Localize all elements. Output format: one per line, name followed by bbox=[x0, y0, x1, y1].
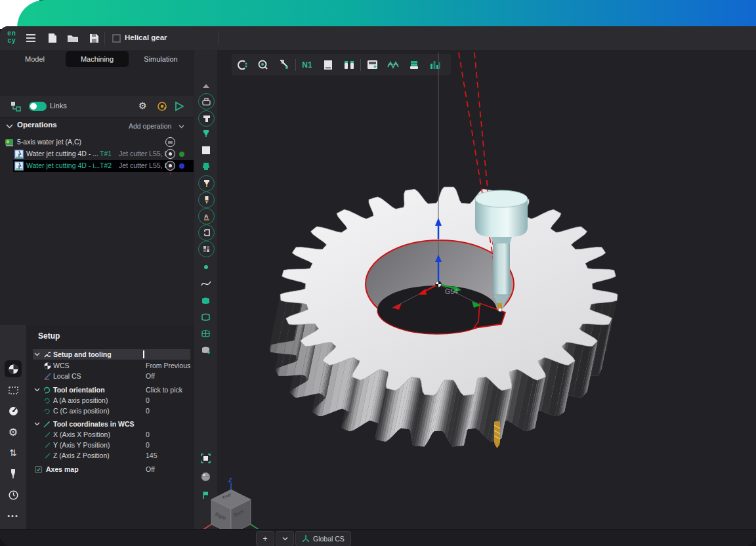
tab-model[interactable]: Model bbox=[4, 51, 66, 67]
document-tab[interactable]: Helical gear bbox=[125, 33, 167, 41]
setup-row-tool-coords[interactable]: Tool coordinates in WCS bbox=[26, 419, 194, 429]
setup-wcs-button[interactable] bbox=[5, 360, 22, 377]
workpiece-button[interactable] bbox=[5, 381, 22, 398]
setup-row-wcs[interactable]: WCSFrom Previous bbox=[26, 361, 194, 371]
parameters-gear-button[interactable]: ⚙ bbox=[5, 423, 22, 440]
setup-row-y[interactable]: Y (Axis Y Position)0 bbox=[26, 440, 194, 450]
rail-point-icon[interactable] bbox=[198, 259, 213, 274]
simulation-target-icon[interactable] bbox=[157, 101, 167, 114]
checkbox-icon bbox=[35, 466, 42, 473]
caliper-button[interactable] bbox=[274, 56, 295, 74]
waterjet-op-icon bbox=[14, 161, 24, 171]
rail-curve-icon[interactable] bbox=[198, 276, 213, 291]
rail-surface-filled-icon[interactable] bbox=[198, 293, 213, 308]
operation-row-1[interactable]: Water jet cutting 4D - ... T#1 Jet cutte… bbox=[0, 148, 194, 160]
document-tab-icon-wrap bbox=[109, 31, 123, 45]
viewport-3d[interactable] bbox=[217, 50, 756, 546]
rotate-mini-icon bbox=[44, 398, 51, 404]
nc-program-button[interactable]: N1 bbox=[297, 56, 318, 74]
links-label: Links bbox=[50, 102, 67, 110]
cs-axes-icon bbox=[302, 535, 310, 543]
control-panel-button[interactable] bbox=[362, 56, 383, 74]
setup-row-x[interactable]: X (Axis X Position)0 bbox=[26, 430, 194, 440]
tab-machining[interactable]: Machining bbox=[66, 51, 129, 67]
tool-number: T#1 bbox=[100, 150, 112, 158]
operation-row-machine[interactable]: 5-axis water jet (A,C) bbox=[0, 136, 194, 148]
approach-return-button[interactable]: ⇅ bbox=[5, 444, 22, 461]
rail-surface-outline-icon[interactable] bbox=[198, 309, 213, 324]
app-logo[interactable]: en cy bbox=[3, 30, 20, 47]
setup-row-a-axis[interactable]: A (A axis position)0 bbox=[26, 396, 194, 406]
wcs-quadrant-icon bbox=[9, 364, 18, 374]
rail-fixture-green-icon[interactable] bbox=[198, 159, 213, 174]
links-toggle[interactable] bbox=[29, 102, 47, 111]
gauge-icon bbox=[9, 406, 18, 416]
titlebar-separator bbox=[104, 32, 105, 45]
operation-visibility-icon[interactable] bbox=[165, 149, 175, 159]
add-operation-caret-icon[interactable] bbox=[178, 125, 184, 129]
rail-drill-icon[interactable] bbox=[198, 192, 215, 208]
operations-header: Operations Add operation bbox=[0, 118, 194, 134]
feeds-speeds-button[interactable] bbox=[5, 402, 22, 419]
viewport-toolbar: N1 bbox=[232, 54, 451, 75]
operation-state-icon[interactable] bbox=[165, 137, 175, 147]
cs-dropdown-button[interactable] bbox=[276, 531, 294, 546]
hamburger-icon bbox=[26, 34, 36, 42]
rail-tool-teal-icon[interactable] bbox=[198, 126, 213, 141]
machining-settings-gear-icon[interactable]: ⚙ bbox=[138, 100, 147, 111]
dashed-region-icon bbox=[9, 385, 18, 394]
tool-button[interactable] bbox=[5, 465, 22, 482]
machining-time-button[interactable] bbox=[5, 486, 22, 503]
wrench-icon bbox=[43, 351, 51, 358]
left-icon-rail: ⚙ ⇅ ••• bbox=[0, 325, 27, 546]
machine-icon bbox=[5, 137, 14, 147]
tool-pair-button[interactable] bbox=[339, 56, 360, 74]
rail-bracket-icon[interactable] bbox=[198, 224, 215, 241]
more-options-button[interactable]: ••• bbox=[5, 507, 22, 524]
probe-c-button[interactable] bbox=[232, 56, 253, 74]
graph-wave-button[interactable] bbox=[383, 56, 404, 74]
header-gradient-band bbox=[17, 0, 756, 28]
measure-gauge-button[interactable] bbox=[253, 56, 274, 74]
rail-surface-grid-icon[interactable] bbox=[198, 326, 213, 341]
open-file-button[interactable] bbox=[66, 31, 80, 45]
left-panel: Model Machining Simulation Links ⚙ O bbox=[0, 50, 195, 546]
global-cs-button[interactable]: Global CS bbox=[295, 531, 351, 546]
operation-visibility-icon[interactable] bbox=[165, 161, 175, 171]
setup-row-section[interactable]: Setup and tooling bbox=[26, 350, 194, 360]
setup-panel-title: Setup bbox=[38, 331, 60, 341]
rail-workpiece-icon[interactable] bbox=[198, 142, 213, 158]
operations-collapse-icon[interactable] bbox=[6, 124, 13, 129]
statistics-bars-button[interactable] bbox=[425, 56, 446, 74]
zoom-fit-button[interactable] bbox=[198, 451, 213, 466]
rail-mesh-icon[interactable] bbox=[198, 241, 215, 257]
rail-jet-nozzle-icon[interactable] bbox=[198, 175, 215, 192]
links-graph-icon[interactable] bbox=[10, 101, 21, 114]
document-panel-button[interactable] bbox=[318, 56, 339, 74]
run-play-icon[interactable] bbox=[175, 101, 184, 114]
add-operation-button[interactable]: Add operation bbox=[129, 122, 171, 130]
rotate-icon bbox=[43, 387, 51, 394]
layers-button[interactable] bbox=[404, 56, 425, 74]
rail-scroll-up-button[interactable] bbox=[198, 78, 213, 93]
rail-tool-holder-icon[interactable] bbox=[198, 110, 215, 127]
rail-surface-gray-icon[interactable] bbox=[198, 342, 213, 357]
operation-name: Water jet cutting 4D - i... bbox=[26, 161, 100, 169]
new-file-button[interactable] bbox=[45, 31, 60, 45]
operation-status-dot-blue bbox=[179, 163, 184, 169]
rail-fixture-a-icon[interactable]: A bbox=[198, 208, 215, 224]
add-cs-button[interactable]: + bbox=[256, 531, 274, 546]
tool-number: T#2 bbox=[100, 161, 112, 169]
rail-machine-icon[interactable] bbox=[198, 93, 215, 110]
setup-row-local-cs[interactable]: Local CSOff bbox=[26, 371, 194, 381]
logo-text-top: en bbox=[3, 30, 20, 37]
operation-row-2-selected[interactable]: Water jet cutting 4D - i... T#2 Jet cutt… bbox=[0, 160, 194, 172]
setup-row-c-axis[interactable]: C (C axis position)0 bbox=[26, 406, 194, 416]
save-button[interactable] bbox=[87, 31, 101, 45]
setup-row-z[interactable]: Z (Axis Z Position)145 bbox=[26, 451, 194, 461]
setup-row-axes-map[interactable]: Axes mapOff bbox=[26, 465, 194, 474]
setup-row-tool-orientation[interactable]: Tool orientationClick to pick bbox=[26, 385, 194, 395]
main-menu-button[interactable] bbox=[24, 31, 38, 45]
tab-simulation[interactable]: Simulation bbox=[130, 51, 192, 67]
operation-name: 5-axis water jet (A,C) bbox=[17, 138, 81, 146]
